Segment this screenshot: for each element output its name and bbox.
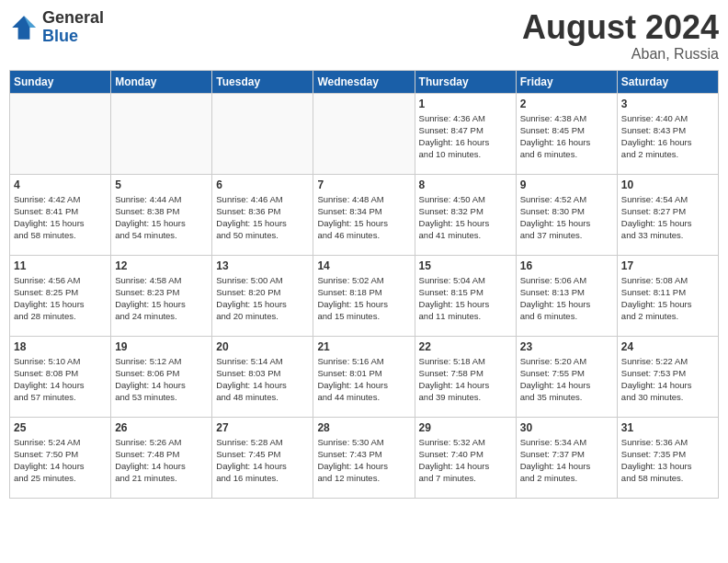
day-cell: 1Sunrise: 4:36 AM Sunset: 8:47 PM Daylig… bbox=[415, 93, 516, 174]
day-number: 23 bbox=[520, 340, 613, 353]
day-number: 22 bbox=[419, 340, 512, 353]
day-info: Sunrise: 5:06 AM Sunset: 8:13 PM Dayligh… bbox=[520, 274, 613, 323]
day-info: Sunrise: 5:16 AM Sunset: 8:01 PM Dayligh… bbox=[317, 355, 410, 404]
calendar-body: 1Sunrise: 4:36 AM Sunset: 8:47 PM Daylig… bbox=[10, 93, 719, 498]
day-cell: 12Sunrise: 4:58 AM Sunset: 8:23 PM Dayli… bbox=[111, 255, 212, 336]
page-header: General Blue August 2024 Aban, Russia bbox=[9, 9, 719, 63]
day-number: 17 bbox=[621, 259, 714, 272]
day-cell: 17Sunrise: 5:08 AM Sunset: 8:11 PM Dayli… bbox=[617, 255, 718, 336]
month-year: August 2024 bbox=[522, 9, 719, 46]
logo-general: General bbox=[42, 8, 104, 27]
day-cell: 30Sunrise: 5:34 AM Sunset: 7:37 PM Dayli… bbox=[516, 417, 617, 498]
day-info: Sunrise: 5:14 AM Sunset: 8:03 PM Dayligh… bbox=[216, 355, 309, 404]
day-info: Sunrise: 4:42 AM Sunset: 8:41 PM Dayligh… bbox=[14, 193, 107, 242]
day-info: Sunrise: 5:28 AM Sunset: 7:45 PM Dayligh… bbox=[216, 436, 309, 485]
day-cell: 25Sunrise: 5:24 AM Sunset: 7:50 PM Dayli… bbox=[10, 417, 111, 498]
day-info: Sunrise: 5:30 AM Sunset: 7:43 PM Dayligh… bbox=[317, 436, 410, 485]
day-cell bbox=[212, 93, 313, 174]
day-cell bbox=[111, 93, 212, 174]
week-row-3: 11Sunrise: 4:56 AM Sunset: 8:25 PM Dayli… bbox=[10, 255, 719, 336]
day-info: Sunrise: 4:50 AM Sunset: 8:32 PM Dayligh… bbox=[419, 193, 512, 242]
day-cell: 27Sunrise: 5:28 AM Sunset: 7:45 PM Dayli… bbox=[212, 417, 313, 498]
day-number: 3 bbox=[621, 98, 714, 110]
weekday-header-monday: Monday bbox=[111, 70, 212, 93]
day-info: Sunrise: 4:54 AM Sunset: 8:27 PM Dayligh… bbox=[621, 193, 714, 242]
day-number: 15 bbox=[419, 259, 512, 272]
day-info: Sunrise: 4:36 AM Sunset: 8:47 PM Dayligh… bbox=[419, 112, 512, 161]
day-number: 5 bbox=[115, 178, 208, 191]
day-number: 1 bbox=[419, 98, 512, 110]
day-cell: 3Sunrise: 4:40 AM Sunset: 8:43 PM Daylig… bbox=[617, 93, 718, 174]
day-number: 21 bbox=[317, 340, 410, 353]
day-cell: 4Sunrise: 4:42 AM Sunset: 8:41 PM Daylig… bbox=[10, 174, 111, 255]
logo-icon bbox=[9, 13, 39, 42]
day-number: 14 bbox=[317, 259, 410, 272]
day-cell: 9Sunrise: 4:52 AM Sunset: 8:30 PM Daylig… bbox=[516, 174, 617, 255]
day-cell: 16Sunrise: 5:06 AM Sunset: 8:13 PM Dayli… bbox=[516, 255, 617, 336]
day-number: 11 bbox=[14, 259, 107, 272]
weekday-header-row: SundayMondayTuesdayWednesdayThursdayFrid… bbox=[10, 70, 719, 93]
day-number: 19 bbox=[115, 340, 208, 353]
weekday-header-wednesday: Wednesday bbox=[313, 70, 415, 93]
day-number: 4 bbox=[14, 178, 107, 191]
day-number: 18 bbox=[14, 340, 107, 353]
day-info: Sunrise: 5:20 AM Sunset: 7:55 PM Dayligh… bbox=[520, 355, 613, 404]
day-cell: 19Sunrise: 5:12 AM Sunset: 8:06 PM Dayli… bbox=[111, 336, 212, 417]
day-cell: 24Sunrise: 5:22 AM Sunset: 7:53 PM Dayli… bbox=[617, 336, 718, 417]
day-number: 28 bbox=[317, 421, 410, 434]
day-info: Sunrise: 5:08 AM Sunset: 8:11 PM Dayligh… bbox=[621, 274, 714, 323]
day-info: Sunrise: 4:46 AM Sunset: 8:36 PM Dayligh… bbox=[216, 193, 309, 242]
week-row-1: 1Sunrise: 4:36 AM Sunset: 8:47 PM Daylig… bbox=[10, 93, 719, 174]
day-cell: 28Sunrise: 5:30 AM Sunset: 7:43 PM Dayli… bbox=[313, 417, 415, 498]
day-info: Sunrise: 4:48 AM Sunset: 8:34 PM Dayligh… bbox=[317, 193, 410, 242]
day-number: 31 bbox=[621, 421, 714, 434]
weekday-header-thursday: Thursday bbox=[415, 70, 516, 93]
day-info: Sunrise: 4:58 AM Sunset: 8:23 PM Dayligh… bbox=[115, 274, 208, 323]
day-info: Sunrise: 4:56 AM Sunset: 8:25 PM Dayligh… bbox=[14, 274, 107, 323]
week-row-5: 25Sunrise: 5:24 AM Sunset: 7:50 PM Dayli… bbox=[10, 417, 719, 498]
day-cell: 18Sunrise: 5:10 AM Sunset: 8:08 PM Dayli… bbox=[10, 336, 111, 417]
day-number: 27 bbox=[216, 421, 309, 434]
day-info: Sunrise: 4:44 AM Sunset: 8:38 PM Dayligh… bbox=[115, 193, 208, 242]
day-info: Sunrise: 5:10 AM Sunset: 8:08 PM Dayligh… bbox=[14, 355, 107, 404]
day-cell: 26Sunrise: 5:26 AM Sunset: 7:48 PM Dayli… bbox=[111, 417, 212, 498]
day-number: 30 bbox=[520, 421, 613, 434]
day-number: 16 bbox=[520, 259, 613, 272]
day-number: 10 bbox=[621, 178, 714, 191]
week-row-4: 18Sunrise: 5:10 AM Sunset: 8:08 PM Dayli… bbox=[10, 336, 719, 417]
day-cell: 11Sunrise: 4:56 AM Sunset: 8:25 PM Dayli… bbox=[10, 255, 111, 336]
day-cell: 15Sunrise: 5:04 AM Sunset: 8:15 PM Dayli… bbox=[415, 255, 516, 336]
day-info: Sunrise: 5:36 AM Sunset: 7:35 PM Dayligh… bbox=[621, 436, 714, 485]
weekday-header-sunday: Sunday bbox=[10, 70, 111, 93]
day-number: 26 bbox=[115, 421, 208, 434]
day-cell: 23Sunrise: 5:20 AM Sunset: 7:55 PM Dayli… bbox=[516, 336, 617, 417]
day-info: Sunrise: 5:26 AM Sunset: 7:48 PM Dayligh… bbox=[115, 436, 208, 485]
calendar-header: SundayMondayTuesdayWednesdayThursdayFrid… bbox=[10, 70, 719, 93]
day-info: Sunrise: 5:00 AM Sunset: 8:20 PM Dayligh… bbox=[216, 274, 309, 323]
day-info: Sunrise: 5:12 AM Sunset: 8:06 PM Dayligh… bbox=[115, 355, 208, 404]
day-number: 12 bbox=[115, 259, 208, 272]
day-number: 24 bbox=[621, 340, 714, 353]
day-cell: 29Sunrise: 5:32 AM Sunset: 7:40 PM Dayli… bbox=[415, 417, 516, 498]
weekday-header-saturday: Saturday bbox=[617, 70, 718, 93]
day-cell: 22Sunrise: 5:18 AM Sunset: 7:58 PM Dayli… bbox=[415, 336, 516, 417]
logo-text: General Blue bbox=[42, 9, 104, 46]
day-cell: 14Sunrise: 5:02 AM Sunset: 8:18 PM Dayli… bbox=[313, 255, 415, 336]
day-info: Sunrise: 5:22 AM Sunset: 7:53 PM Dayligh… bbox=[621, 355, 714, 404]
day-cell: 5Sunrise: 4:44 AM Sunset: 8:38 PM Daylig… bbox=[111, 174, 212, 255]
day-cell bbox=[313, 93, 415, 174]
day-cell bbox=[10, 93, 111, 174]
day-info: Sunrise: 4:38 AM Sunset: 8:45 PM Dayligh… bbox=[520, 112, 613, 161]
day-number: 6 bbox=[216, 178, 309, 191]
day-cell: 7Sunrise: 4:48 AM Sunset: 8:34 PM Daylig… bbox=[313, 174, 415, 255]
weekday-header-friday: Friday bbox=[516, 70, 617, 93]
day-cell: 20Sunrise: 5:14 AM Sunset: 8:03 PM Dayli… bbox=[212, 336, 313, 417]
day-number: 8 bbox=[419, 178, 512, 191]
calendar-table: SundayMondayTuesdayWednesdayThursdayFrid… bbox=[9, 70, 719, 499]
day-cell: 13Sunrise: 5:00 AM Sunset: 8:20 PM Dayli… bbox=[212, 255, 313, 336]
day-cell: 2Sunrise: 4:38 AM Sunset: 8:45 PM Daylig… bbox=[516, 93, 617, 174]
day-number: 25 bbox=[14, 421, 107, 434]
day-number: 13 bbox=[216, 259, 309, 272]
day-info: Sunrise: 5:32 AM Sunset: 7:40 PM Dayligh… bbox=[419, 436, 512, 485]
day-info: Sunrise: 5:34 AM Sunset: 7:37 PM Dayligh… bbox=[520, 436, 613, 485]
